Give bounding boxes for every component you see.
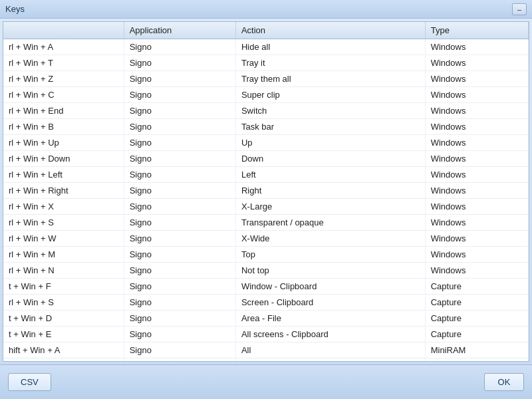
table-header-row: Application Action Type [3, 22, 529, 39]
table-row: rl + Win + CSignoSuper clipWindows [3, 87, 529, 103]
cell-type: Windows [425, 87, 528, 103]
cell-action: Task bar [235, 119, 425, 135]
cell-key: rl + Win + Left [3, 167, 124, 183]
cell-action: Window - Clipboard [235, 279, 425, 295]
cell-app: Signo [124, 263, 235, 279]
cell-action: All screens - Clipboard [235, 327, 425, 342]
cell-type: MiniRAM [425, 342, 528, 358]
cell-type: Windows [425, 39, 528, 55]
cell-app: Signo [124, 327, 235, 342]
cell-app: Signo [124, 279, 235, 295]
cell-action: Top [235, 247, 425, 263]
minimize-button[interactable]: – [512, 3, 527, 15]
cell-app: Signo [124, 55, 235, 71]
table-row: rl + Win + DownSignoDownWindows [3, 151, 529, 167]
cell-action: Area - File [235, 311, 425, 327]
cell-key: hift + Win + A [3, 342, 124, 358]
table-row: t + Win + ESignoAll screens - ClipboardC… [3, 327, 529, 342]
title-buttons: – [512, 3, 527, 15]
table-row: rl + Win + BSignoTask barWindows [3, 119, 529, 135]
cell-app: Signo [124, 151, 235, 167]
table-row: rl + Win + SSignoScreen - ClipboardCaptu… [3, 295, 529, 311]
cell-type: Windows [425, 183, 528, 199]
col-header-key [3, 22, 124, 39]
cell-action: Super clip [235, 87, 425, 103]
cell-type: Windows [425, 231, 528, 247]
cell-key: rl + Win + N [3, 263, 124, 279]
cell-app: Signo [124, 167, 235, 183]
cell-type: Windows [425, 199, 528, 215]
cell-key: t + Win + D [3, 311, 124, 327]
cell-key: rl + Win + Right [3, 183, 124, 199]
cell-type: Capture [425, 327, 528, 342]
cell-app: Signo [124, 87, 235, 103]
cell-app: Signo [124, 215, 235, 231]
cell-action: Not top [235, 263, 425, 279]
cell-type: Windows [425, 135, 528, 151]
cell-key: rl + Win + S [3, 295, 124, 311]
col-header-action: Action [235, 22, 425, 39]
cell-action: Tray them all [235, 71, 425, 87]
cell-key: t + Win + E [3, 327, 124, 342]
table-row: t + Win + DSignoArea - FileCapture [3, 311, 529, 327]
table-row: rl + Win + MSignoTopWindows [3, 247, 529, 263]
cell-action: X-Large [235, 199, 425, 215]
cell-app: Signo [124, 183, 235, 199]
table-row: rl + Win + NSignoNot topWindows [3, 263, 529, 279]
cell-action: Left [235, 167, 425, 183]
cell-type: Windows [425, 103, 528, 119]
cell-key: rl + Win + B [3, 119, 124, 135]
cell-type: Open [425, 358, 528, 362]
cell-action: Switch [235, 103, 425, 119]
csv-button[interactable]: CSV [8, 373, 51, 391]
cell-key: rl + Win + M [3, 247, 124, 263]
table-row: hift + Win + ASignoAllMiniRAM [3, 342, 529, 358]
cell-app: Signo [124, 231, 235, 247]
cell-key: rl + Win + W [3, 231, 124, 247]
ok-button[interactable]: OK [484, 373, 524, 391]
cell-action: All [235, 342, 425, 358]
cell-key: rl + Win + Up [3, 135, 124, 151]
main-window: Keys – Application Action Type rl + Win … [0, 0, 532, 399]
cell-action: Transparent / opaque [235, 215, 425, 231]
cell-key: rl + Win + End [3, 103, 124, 119]
table-row: rl + Win + TSignoTray itWindows [3, 55, 529, 71]
cell-app: Signo [124, 358, 235, 362]
cell-key: rl + Win + X [3, 199, 124, 215]
cell-app: Signo [124, 103, 235, 119]
cell-app: Signo [124, 135, 235, 151]
window-title: Keys [5, 4, 25, 14]
cell-action: X-Wide [235, 231, 425, 247]
cell-key: rl + Win + T [3, 55, 124, 71]
table-row: rl + Win + WSignoX-WideWindows [3, 231, 529, 247]
cell-action: Right [235, 183, 425, 199]
table-row: rl + Alt + MSignokerkiaOpen [3, 358, 529, 362]
hotkeys-table-container: Application Action Type rl + Win + ASign… [3, 21, 529, 362]
cell-key: rl + Win + Z [3, 71, 124, 87]
cell-key: rl + Win + A [3, 39, 124, 55]
cell-action: Tray it [235, 55, 425, 71]
cell-app: Signo [124, 247, 235, 263]
title-bar: Keys – [0, 0, 532, 19]
cell-type: Capture [425, 295, 528, 311]
cell-key: rl + Alt + M [3, 358, 124, 362]
cell-key: t + Win + F [3, 279, 124, 295]
footer: CSV OK [0, 364, 532, 399]
table-row: rl + Win + ASignoHide allWindows [3, 39, 529, 55]
cell-key: rl + Win + Down [3, 151, 124, 167]
cell-app: Signo [124, 119, 235, 135]
col-header-app: Application [124, 22, 235, 39]
cell-action: Screen - Clipboard [235, 295, 425, 311]
col-header-type: Type [425, 22, 528, 39]
table-row: rl + Win + ZSignoTray them allWindows [3, 71, 529, 87]
cell-action: Down [235, 151, 425, 167]
cell-type: Windows [425, 263, 528, 279]
cell-app: Signo [124, 199, 235, 215]
cell-app: Signo [124, 311, 235, 327]
cell-key: rl + Win + C [3, 87, 124, 103]
cell-action: kerkia [235, 358, 425, 362]
cell-action: Hide all [235, 39, 425, 55]
cell-type: Windows [425, 71, 528, 87]
table-row: t + Win + FSignoWindow - ClipboardCaptur… [3, 279, 529, 295]
cell-type: Windows [425, 119, 528, 135]
